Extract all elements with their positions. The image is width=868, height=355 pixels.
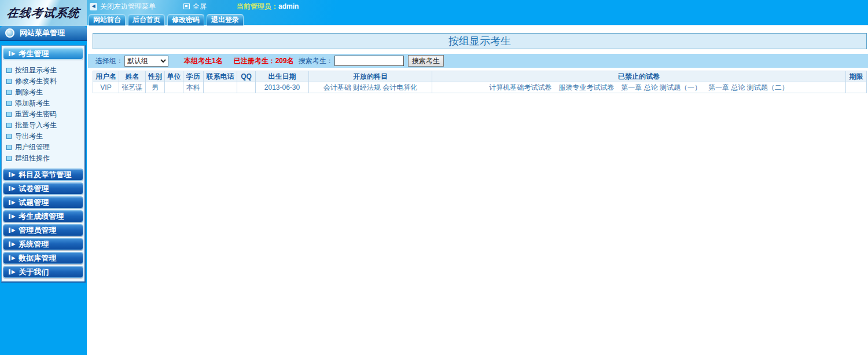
table-header-cell: 联系电话 xyxy=(204,71,237,82)
page-title: 按组显示考生 xyxy=(93,33,867,49)
table-header-cell: 性别 xyxy=(146,71,165,82)
square-bullet-icon xyxy=(6,68,12,73)
registered-count: 已注册考生：209名 xyxy=(234,56,294,66)
sidebar-menu-item[interactable]: 添加新考生 xyxy=(6,98,84,109)
table-header-cell: 用户名 xyxy=(93,71,119,82)
table-header-cell: 出生日期 xyxy=(256,71,309,82)
close-left-menu-button[interactable]: ◀ 关闭左边管理菜单 xyxy=(90,2,156,12)
app-title: 在线考试系统 xyxy=(6,5,81,21)
sidebar-menu-item[interactable]: 修改考生资料 xyxy=(6,76,84,87)
table-header-row: 用户名 姓名 性别 单位 学历 联系电话 QQ 出生日期 xyxy=(93,71,867,82)
sidebar-menu-panel: ▶ 考生管理 按组显示考生 修改考生资料 xyxy=(1,45,86,283)
square-bullet-icon xyxy=(6,145,12,150)
section-arrow-icon: ▶ xyxy=(9,255,15,261)
square-bullet-icon xyxy=(6,90,12,95)
section-label: 考生管理 xyxy=(19,49,49,59)
filter-bar: 选择组： 默认组 本组考生1名 已注册考生：209名 搜索考生： 搜索考生 xyxy=(88,54,868,68)
group-count: 本组考生1名 xyxy=(184,56,223,66)
table-cell: 本科 xyxy=(183,82,204,93)
section-label: 科目及章节管理 xyxy=(19,170,71,180)
sidebar-menu-item[interactable]: 用户组管理 xyxy=(6,142,84,153)
menu-circle-icon xyxy=(5,28,14,38)
menu-item-label: 批量导入考生 xyxy=(15,120,57,130)
app-logo: 在线考试系统 xyxy=(0,0,87,26)
admin-label: 当前管理员： xyxy=(237,2,278,12)
sidebar-sections: ▶ 科目及章节管理 ▶ 试卷管理 ▶ 试题管理 ▶ xyxy=(2,169,84,278)
topbar-tab[interactable]: 修改密码 xyxy=(167,14,204,25)
topbar-tools: ◀ 关闭左边管理菜单 全屏 当前管理员： admin xyxy=(87,0,868,13)
section-label: 试卷管理 xyxy=(19,184,49,194)
sidebar-section-examinee-management[interactable]: ▶ 考生管理 xyxy=(3,47,83,60)
sidebar-menu-item[interactable]: 删除考生 xyxy=(6,87,84,98)
section-label: 考生成绩管理 xyxy=(19,211,64,222)
table-cell: 计算机基础考试试卷 服装专业考试试卷 第一章 总论 测试题（一） 第一章 总论 … xyxy=(432,82,846,93)
menu-item-label: 导出考生 xyxy=(15,131,43,141)
topbar-tab[interactable]: 网站前台 xyxy=(89,14,126,25)
search-input[interactable] xyxy=(334,56,404,66)
table-cell: 男 xyxy=(146,82,165,93)
sidebar-menu-item[interactable]: 按组显示考生 xyxy=(6,65,84,76)
table-cell xyxy=(237,82,256,93)
sidebar-section[interactable]: ▶ 管理员管理 xyxy=(3,224,83,236)
table-cell: 会计基础 财经法规 会计电算化 xyxy=(309,82,432,93)
section-arrow-icon: ▶ xyxy=(9,200,15,205)
menu-item-label: 重置考生密码 xyxy=(15,109,57,119)
menu-item-label: 用户组管理 xyxy=(15,142,50,152)
sidebar-section[interactable]: ▶ 考生成绩管理 xyxy=(3,210,83,222)
topbar: ◀ 关闭左边管理菜单 全屏 当前管理员： admin 网站前台 后台首页 修改密… xyxy=(87,0,868,25)
sidebar-section[interactable]: ▶ 系统管理 xyxy=(3,238,83,250)
current-admin-info: 当前管理员： admin xyxy=(237,2,299,12)
sidebar-menu-item[interactable]: 导出考生 xyxy=(6,131,84,142)
sidebar-menu-item[interactable]: 批量导入考生 xyxy=(6,120,84,131)
collapse-left-arrow-icon: ◀ xyxy=(90,3,97,10)
menu-item-label: 添加新考生 xyxy=(15,98,50,108)
section-label: 试题管理 xyxy=(19,197,49,208)
section-arrow-icon: ▶ xyxy=(9,186,15,191)
square-bullet-icon xyxy=(6,79,12,84)
table-head: 用户名 姓名 性别 单位 学历 联系电话 QQ 出生日期 xyxy=(93,71,867,82)
topbar-tab[interactable]: 退出登录 xyxy=(207,14,244,25)
fullscreen-button[interactable]: 全屏 xyxy=(183,2,207,12)
sidebar-section[interactable]: ▶ 试题管理 xyxy=(3,196,83,208)
section-arrow-icon: ▶ xyxy=(9,228,15,233)
section-label: 数据库管理 xyxy=(19,253,56,263)
sidebar-section[interactable]: ▶ 关于我们 xyxy=(3,266,83,278)
fullscreen-label: 全屏 xyxy=(193,2,207,12)
square-bullet-icon xyxy=(6,101,12,106)
sidebar-header: 网站菜单管理 xyxy=(0,26,87,41)
topbar-tabs: 网站前台 后台首页 修改密码 退出登录 xyxy=(87,13,868,25)
table-cell xyxy=(846,82,867,93)
table-body: VIP张艺谋男本科2013-06-30会计基础 财经法规 会计电算化计算机基础考… xyxy=(93,82,867,93)
square-bullet-icon xyxy=(6,134,12,139)
sidebar: 在线考试系统 网站菜单管理 ▶ 考生管理 按组显示考生 xyxy=(0,0,87,355)
section-label: 管理员管理 xyxy=(19,225,56,236)
square-bullet-icon xyxy=(6,156,12,161)
group-select[interactable]: 默认组 xyxy=(124,56,168,67)
section-arrow-icon: ▶ xyxy=(9,172,15,177)
section-label: 关于我们 xyxy=(19,267,49,277)
sidebar-menu-item[interactable]: 重置考生密码 xyxy=(6,109,84,120)
table-cell: VIP xyxy=(93,82,119,93)
sidebar-section[interactable]: ▶ 试卷管理 xyxy=(3,182,83,195)
table-header-cell: 开放的科目 xyxy=(309,71,432,82)
square-bullet-icon xyxy=(6,123,12,128)
sidebar-menu-items: 按组显示考生 修改考生资料 删除考生 添加新考生 xyxy=(2,61,84,168)
table-header-cell: 已禁止的试卷 xyxy=(432,71,846,82)
group-select-label: 选择组： xyxy=(95,56,123,66)
table-header-cell: QQ xyxy=(237,71,256,82)
main-content: 按组显示考生 选择组： 默认组 本组考生1名 已注册考生：209名 搜索考生： … xyxy=(87,25,868,355)
table-row[interactable]: VIP张艺谋男本科2013-06-30会计基础 财经法规 会计电算化计算机基础考… xyxy=(93,82,867,93)
menu-item-label: 群组性操作 xyxy=(15,153,50,163)
table-header-cell: 单位 xyxy=(165,71,183,82)
section-label: 系统管理 xyxy=(19,239,49,250)
sidebar-section[interactable]: ▶ 数据库管理 xyxy=(3,252,83,264)
topbar-tab[interactable]: 后台首页 xyxy=(128,14,165,25)
sidebar-section[interactable]: ▶ 科目及章节管理 xyxy=(3,169,83,181)
table-cell xyxy=(165,82,183,93)
search-button[interactable]: 搜索考生 xyxy=(408,55,444,67)
page: 在线考试系统 网站菜单管理 ▶ 考生管理 按组显示考生 xyxy=(0,0,868,355)
table-cell xyxy=(204,82,237,93)
square-bullet-icon xyxy=(6,112,12,117)
sidebar-menu-item[interactable]: 群组性操作 xyxy=(6,153,84,164)
table-header-cell: 姓名 xyxy=(119,71,146,82)
